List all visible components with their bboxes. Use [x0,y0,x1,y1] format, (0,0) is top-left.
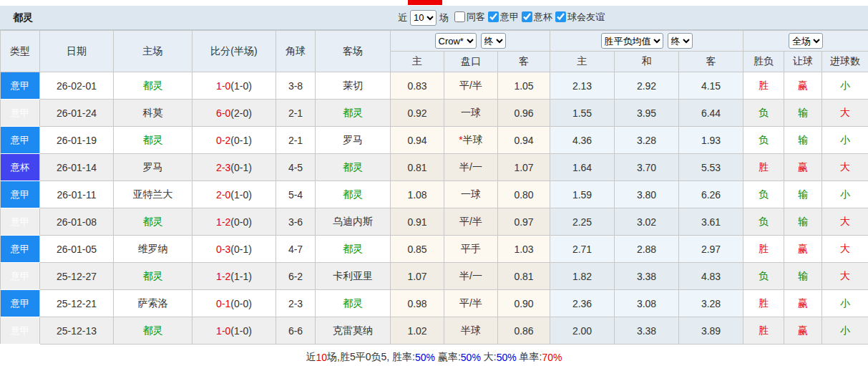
home-team-cell: 维罗纳 [114,236,192,263]
club-friendly-filter[interactable]: 球会友谊 [552,11,605,24]
home-team-cell: 科莫 [114,100,192,127]
avg-away-odds: 3.89 [679,317,743,345]
odds-provider-select[interactable]: Crow* [435,33,477,49]
away-team-name: 都灵 [343,161,363,173]
handicap-result: 输 [784,100,822,127]
odds-line-cell: 平手 [444,236,498,263]
coppa-italia-filter[interactable]: 意杯 [519,11,552,24]
home-team-cell: 都灵 [114,208,192,236]
score-cell: 1-0(1-0) [192,72,276,100]
odds-line-cell: 半球 [444,317,498,345]
league-badge: 意甲 [1,72,40,100]
odds-away: 0.86 [498,317,550,345]
odds-home: 0.94 [391,127,444,154]
winloss-result: 胜 [743,72,784,100]
corner-count: 2-1 [276,100,316,127]
same-away-filter[interactable]: 同客 [452,11,485,24]
league-badge: 意甲 [1,290,40,317]
avg-home-odds: 4.36 [550,127,615,154]
avg-draw-odds: 3.08 [615,290,679,317]
odds-away: 0.80 [498,181,550,208]
table-row: 意甲 26-01-05 维罗纳 0-3(0-1) 4-7 都灵 0.85 平手 … [1,236,868,263]
home-team-name: 都灵 [143,270,163,281]
table-row: 意甲 25-12-21 萨索洛 0-1(0-0) 2-3 都灵 0.98 平/半… [1,290,868,317]
footer-segment: 场,胜5平0负5, 胜率: [327,351,415,364]
sub-header-winloss: 胜负 [743,52,784,72]
avg-draw-odds: 3.70 [615,154,679,181]
serie-a-filter[interactable]: 意甲 [485,11,519,24]
serie-a-checkbox[interactable] [488,11,499,22]
away-team-name: 罗马 [343,134,363,145]
score-cell: 2-0(1-0) [192,181,276,208]
match-date: 25-12-13 [40,317,114,345]
halftime-score: (1-0) [230,325,252,337]
avg-draw-odds: 3.38 [615,317,679,345]
odds-time-select[interactable]: 终 [481,33,506,49]
coppa-italia-checkbox[interactable] [522,11,532,22]
avg-away-odds: 5.53 [679,154,743,181]
goals-result: 小 [822,127,868,154]
away-team-name: 乌迪内斯 [333,216,373,227]
result-scope-header: 全场 [743,31,868,52]
score-cell: 1-0(1-0) [192,317,276,345]
match-date: 26-01-08 [40,208,114,236]
result-scope-select[interactable]: 全场 [789,33,823,49]
avg-away-odds: 6.44 [679,100,743,127]
away-team-cell: 卡利亚里 [316,263,391,290]
table-row: 意杯 26-01-14 罗马 2-3(0-1) 4-5 都灵 0.81 半/一 … [1,154,868,181]
odds-away: 0.81 [498,263,550,290]
avg-draw-odds: 2.92 [615,72,679,100]
league-badge: 意甲 [1,236,40,263]
footer-segment: 近 [306,351,316,364]
avg-home-odds: 1.82 [550,263,615,290]
odds-home: 1.08 [391,181,444,208]
table-row: 意甲 26-02-01 都灵 1-0(1-0) 3-8 莱切 0.83 平/半 … [1,72,868,100]
away-team-name: 都灵 [343,243,363,254]
winloss-result: 胜 [743,154,784,181]
odds-away: 1.07 [498,154,550,181]
handicap-result: 赢 [784,72,822,100]
team-title: 都灵 [0,11,33,24]
avg-group-header: 胜平负均值 终 [550,31,743,52]
halftime-score: (0-0) [230,298,252,309]
avg-away-odds: 4.15 [679,72,743,100]
table-row: 意甲 26-01-08 都灵 1-2(0-0) 3-6 乌迪内斯 0.91 平/… [1,208,868,236]
match-date: 26-01-11 [40,181,114,208]
away-team-cell: 乌迪内斯 [316,208,391,236]
winloss-result: 胜 [743,317,784,345]
home-team-cell: 都灵 [114,127,192,154]
avg-home-odds: 2.00 [550,317,615,345]
away-team-cell: 都灵 [316,181,391,208]
odds-line: 一球 [461,107,481,118]
avg-time-select[interactable]: 终 [668,33,693,49]
odds-line: 半/一 [459,270,482,281]
match-date: 26-01-14 [40,154,114,181]
goals-result: 大 [822,263,868,290]
home-team-name: 都灵 [143,134,163,145]
filter-controls: 近 10 场 同客意甲意杯球会友谊 [398,10,605,26]
club-friendly-checkbox[interactable] [555,11,566,22]
sub-header-odds-home: 主 [391,52,444,72]
avg-away-odds: 6.26 [679,181,743,208]
same-away-checkbox[interactable] [454,11,465,22]
avg-type-select[interactable]: 胜平负均值 [601,33,663,49]
filter-bar: 都灵 近 10 场 同客意甲意杯球会友谊 [0,6,868,30]
col-header-score: 比分(半场) [192,31,276,72]
footer-segment: 70% [542,352,562,363]
odds-line-cell: 一球 [444,100,498,127]
fulltime-score: 0-1 [216,298,230,309]
fulltime-score: 2-0 [216,189,230,201]
table-row: 意甲 26-01-24 科莫 6-0(2-0) 2-1 都灵 0.92 一球 0… [1,100,868,127]
avg-away-odds: 1.93 [679,127,743,154]
corner-count: 6-2 [276,263,316,290]
matches-label: 场 [439,11,449,24]
corner-count: 4-5 [276,154,316,181]
score-cell: 1-2(0-0) [192,208,276,236]
home-team-name: 亚特兰大 [133,188,173,200]
match-count-select[interactable]: 10 [410,10,437,26]
score-cell: 0-3(0-1) [192,236,276,263]
odds-home: 0.91 [391,208,444,236]
away-team-cell: 都灵 [316,154,391,181]
odds-away: 0.97 [498,208,550,236]
avg-draw-odds: 3.02 [615,208,679,236]
